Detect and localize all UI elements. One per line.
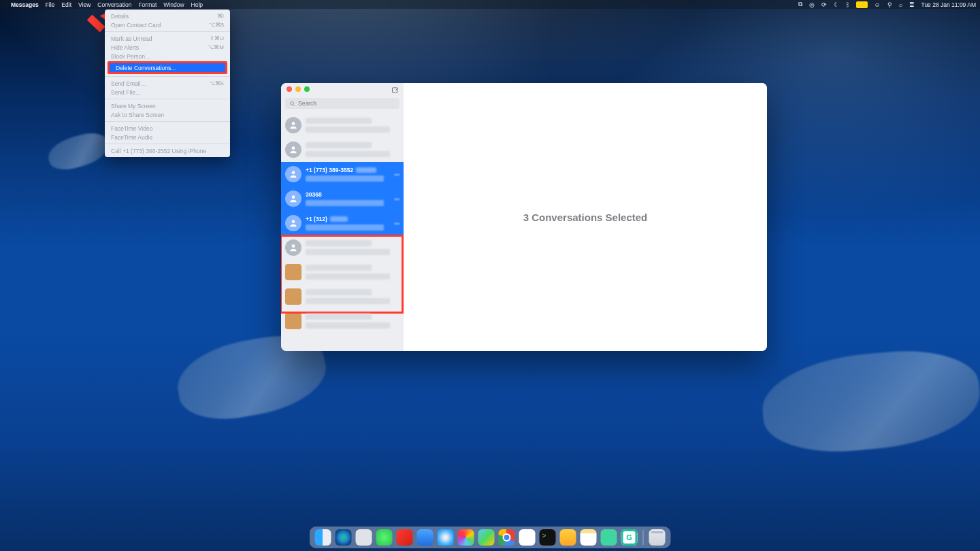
minimize-icon[interactable] (295, 86, 301, 92)
moon-icon[interactable]: ☾ (834, 1, 839, 8)
menu-item-share-my-screen: Share My Screen (105, 101, 230, 110)
window-controls[interactable] (287, 86, 310, 92)
messages-sidebar: Search +1 (773) 389-3552 ▪ (281, 83, 404, 351)
svg-rect-2 (393, 88, 398, 93)
conversation-row-selected[interactable]: +1 (773) 389-3552 ▪▪▪ (281, 162, 404, 186)
siri-icon[interactable]: ◎ (809, 1, 815, 8)
dock-app-slack[interactable] (519, 529, 536, 546)
menu-item-facetime-video: FaceTime Video (105, 124, 230, 133)
menu-item-send-email: Send Email…⌥⌘E (105, 79, 230, 88)
user-switch-icon[interactable]: ☺ (875, 1, 881, 8)
avatar-icon (285, 264, 301, 280)
avatar-icon (285, 215, 301, 231)
conversation-row[interactable] (281, 137, 404, 162)
svg-point-5 (292, 122, 295, 125)
conversation-row[interactable] (281, 260, 404, 284)
conversation-row-selected[interactable]: +1 (312) ▪▪▪ (281, 211, 404, 235)
close-icon[interactable] (287, 86, 292, 92)
svg-point-9 (292, 220, 295, 223)
dock-app-terminal[interactable] (540, 529, 556, 546)
annotation-highlight-delete: Delete Conversations… (108, 61, 227, 74)
menu-help[interactable]: Help (191, 1, 203, 8)
refresh-icon[interactable]: ⟳ (821, 1, 827, 8)
menu-item-call-via-iphone: Call +1 (773) 368-2552 Using iPhone (105, 146, 230, 155)
dock-app-mail[interactable] (417, 529, 434, 546)
selection-status-text: 3 Conversations Selected (523, 212, 648, 223)
fullscreen-icon[interactable] (304, 86, 310, 92)
menu-format[interactable]: Format (138, 1, 157, 8)
avatar-icon (285, 239, 301, 256)
menubar: Messages File Edit View Conversation For… (0, 0, 980, 9)
spotlight-icon[interactable]: ⌕ (899, 1, 902, 8)
menu-view[interactable]: View (78, 1, 91, 8)
avatar-icon (285, 288, 301, 305)
dock-app-grammarly[interactable] (621, 529, 638, 546)
search-icon (289, 101, 295, 107)
menu-item-send-file: Send File… (105, 88, 230, 97)
conversation-row[interactable] (281, 113, 404, 137)
svg-line-4 (293, 104, 295, 105)
menu-edit[interactable]: Edit (61, 1, 71, 8)
dock-app-maps[interactable] (478, 529, 495, 546)
conversation-row[interactable] (281, 309, 404, 333)
svg-point-8 (292, 195, 295, 199)
dock-separator (643, 530, 644, 545)
dock-trash[interactable] (649, 529, 666, 546)
menubar-app-name[interactable]: Messages (11, 1, 39, 8)
svg-point-10 (292, 244, 295, 248)
control-center-icon[interactable]: ≣ (909, 1, 915, 8)
screen-mirror-icon[interactable]: ⧉ (798, 1, 802, 8)
menubar-clock[interactable]: Tue 28 Jan 11:09 AM (921, 1, 977, 8)
dock-app-generic[interactable] (356, 529, 372, 546)
messages-main-pane: 3 Conversations Selected (404, 83, 767, 351)
svg-point-3 (291, 101, 294, 105)
conversation-row[interactable] (281, 284, 404, 309)
svg-point-6 (292, 146, 295, 150)
conversation-row[interactable] (281, 235, 404, 260)
menu-item-open-contact-card: Open Contact Card⌥⌘B (105, 20, 230, 29)
dock-app-messages[interactable] (376, 529, 393, 546)
dock-app-chrome[interactable] (499, 529, 515, 546)
menu-item-block-person: Block Person… (105, 52, 230, 61)
menu-item-hide-alerts: Hide Alerts⌥⌘M (105, 43, 230, 52)
messages-window: Search +1 (773) 389-3552 ▪ (281, 83, 767, 351)
dock (310, 527, 671, 548)
menu-conversation[interactable]: Conversation (97, 1, 131, 8)
menu-item-mark-unread: Mark as Unread⇧⌘U (105, 34, 230, 43)
avatar-icon (285, 313, 301, 329)
bluetooth-icon[interactable]: ᛒ (846, 1, 849, 8)
dock-app-pages[interactable] (560, 529, 576, 546)
menu-item-delete-conversations[interactable]: Delete Conversations… (110, 63, 225, 72)
dock-app-todoist[interactable] (397, 529, 413, 546)
avatar-icon (285, 117, 301, 133)
menu-item-details: Details⌘I (105, 12, 230, 20)
conversation-dropdown-menu: Details⌘I Open Contact Card⌥⌘B Mark as U… (105, 10, 230, 157)
search-input[interactable]: Search (285, 98, 399, 109)
dock-app-safari[interactable] (438, 529, 454, 546)
menu-window[interactable]: Window (163, 1, 184, 8)
menu-item-ask-share-screen: Ask to Share Screen (105, 110, 230, 119)
avatar-icon (285, 141, 301, 158)
svg-point-7 (292, 171, 295, 174)
compose-new-message-icon[interactable] (391, 85, 399, 93)
avatar-icon (285, 166, 301, 182)
dock-app-finder[interactable] (315, 529, 331, 546)
dock-app-photos[interactable] (458, 529, 474, 546)
dock-app-mint[interactable] (601, 529, 617, 546)
avatar-icon (285, 190, 301, 207)
dock-app-notes[interactable] (581, 529, 597, 546)
wifi-icon[interactable]: ⚲ (887, 1, 892, 8)
search-placeholder: Search (298, 100, 316, 107)
battery-icon[interactable]: ⚡ (856, 1, 868, 8)
menu-file[interactable]: File (46, 1, 55, 8)
conversation-row-selected[interactable]: 30368 ▪▪▪ (281, 186, 404, 211)
dock-app-edge[interactable] (336, 529, 352, 546)
menu-item-facetime-audio: FaceTime Audio (105, 133, 230, 141)
